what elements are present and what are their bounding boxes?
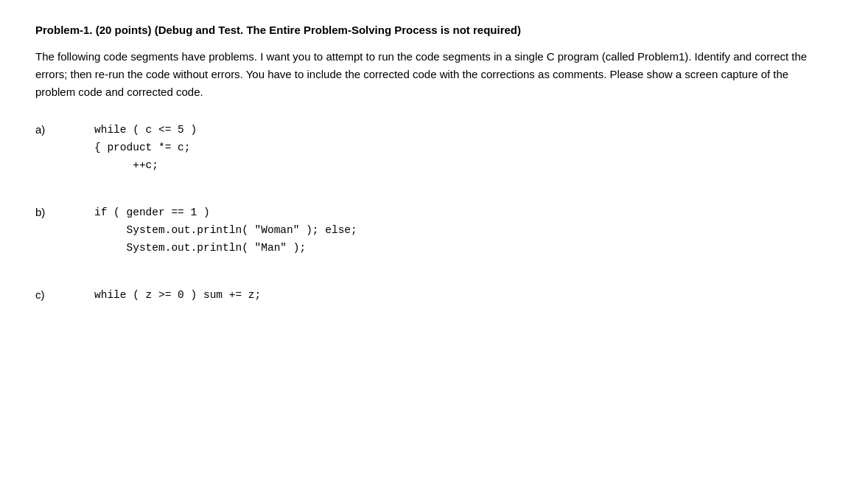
problem-description: The following code segments have problem…: [35, 48, 833, 101]
section-label-c: c): [35, 287, 94, 301]
code-block-c: while ( z >= 0 ) sum += z;: [94, 287, 261, 305]
section-label-b: b): [35, 204, 94, 218]
code-sections: a) while ( c <= 5 ) { product *= c; ++c;…: [35, 122, 833, 304]
code-block-b: if ( gender == 1 ) System.out.println( "…: [94, 204, 357, 257]
section-label-a: a): [35, 122, 94, 136]
code-block-a: while ( c <= 5 ) { product *= c; ++c;: [94, 122, 197, 175]
problem-header: Problem-1. (20 points) (Debug and Test. …: [35, 24, 833, 36]
code-section-a: a) while ( c <= 5 ) { product *= c; ++c;: [35, 122, 833, 175]
code-section-b: b) if ( gender == 1 ) System.out.println…: [35, 204, 833, 257]
code-section-c: c) while ( z >= 0 ) sum += z;: [35, 287, 833, 305]
